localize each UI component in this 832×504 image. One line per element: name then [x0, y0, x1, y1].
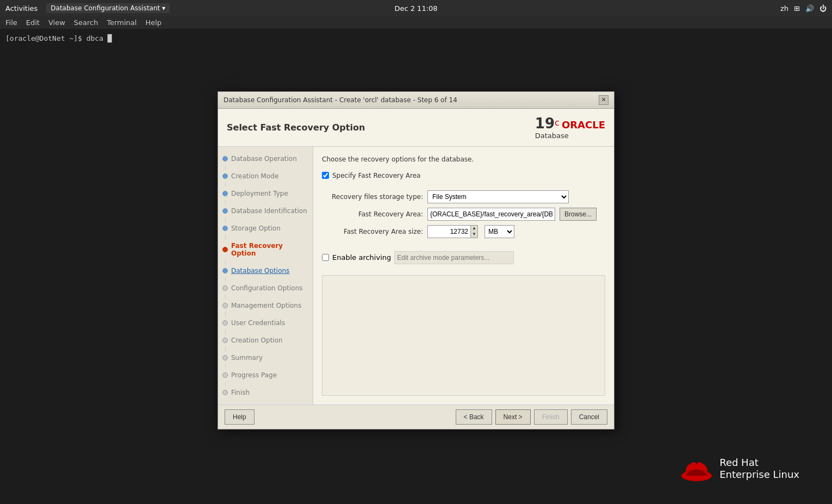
sidebar-item-database-identification: Database Identification — [218, 204, 313, 217]
fast-recovery-size-label: Fast Recovery Area size: — [331, 228, 423, 235]
sidebar-item-management-options: Management Options — [218, 299, 313, 312]
close-button[interactable]: ✕ — [599, 95, 609, 105]
enable-archiving-checkbox[interactable] — [322, 254, 329, 261]
fast-recovery-area-row: Fast Recovery Area: Browse... — [331, 208, 605, 221]
sidebar-dot-creation-option — [222, 338, 228, 343]
main-content-area: Choose the recovery options for the data… — [313, 147, 614, 405]
dialog-title: Database Configuration Assistant - Creat… — [223, 96, 457, 104]
sidebar-item-creation-mode: Creation Mode — [218, 170, 313, 183]
fast-recovery-size-row: Fast Recovery Area size: ▲ ▼ MB GB TB — [331, 225, 605, 238]
dialog-window: Database Configuration Assistant - Creat… — [218, 91, 614, 430]
sidebar-dot-progress-page — [222, 372, 228, 378]
dialog-titlebar: Database Configuration Assistant - Creat… — [218, 92, 614, 109]
cancel-button[interactable]: Cancel — [571, 409, 607, 425]
specify-recovery-checkbox[interactable] — [322, 172, 329, 179]
sidebar-item-configuration-options: Configuration Options — [218, 282, 313, 295]
sidebar-item-finish: Finish — [218, 386, 313, 399]
sidebar-dot-database-operation — [222, 156, 228, 161]
network-icon: ⊞ — [794, 4, 800, 13]
locale-indicator[interactable]: zh — [780, 4, 788, 13]
enable-archiving-label: Enable archiving — [332, 253, 391, 262]
archiving-row: Enable archiving — [322, 251, 605, 264]
sidebar-dot-storage-option — [222, 226, 228, 231]
sidebar-dot-summary — [222, 355, 228, 360]
dialog-header-title: Select Fast Recovery Option — [227, 122, 365, 133]
specify-recovery-label: Specify Fast Recovery Area — [332, 172, 420, 179]
power-icon[interactable]: ⏻ — [819, 4, 827, 13]
size-unit-select[interactable]: MB GB TB — [485, 225, 514, 238]
dialog-body: Database Operation Creation Mode Deploym… — [218, 147, 614, 405]
footer-right-buttons: < Back Next > Finish Cancel — [456, 409, 607, 425]
spin-up-button[interactable]: ▲ — [471, 226, 477, 232]
recovery-files-label: Recovery files storage type: — [331, 193, 423, 201]
volume-icon: 🔊 — [805, 4, 814, 13]
sidebar: Database Operation Creation Mode Deploym… — [218, 147, 313, 405]
fast-recovery-size-input[interactable] — [427, 225, 471, 238]
recovery-files-row: Recovery files storage type: File System… — [331, 190, 605, 203]
browse-button[interactable]: Browse... — [560, 208, 597, 221]
archive-mode-input[interactable] — [394, 251, 514, 264]
info-box — [322, 275, 605, 396]
activities-button[interactable]: Activities — [5, 4, 38, 13]
topbar-clock: Dec 2 11:08 — [394, 4, 437, 13]
topbar-right: zh ⊞ 🔊 ⏻ — [780, 4, 827, 13]
specify-recovery-row: Specify Fast Recovery Area — [322, 172, 605, 179]
topbar-left: Activities Database Configuration Assist… — [5, 3, 170, 13]
help-button[interactable]: Help — [225, 409, 254, 425]
sidebar-item-storage-option: Storage Option — [218, 222, 313, 235]
sidebar-item-database-options[interactable]: Database Options — [218, 264, 313, 277]
description-text: Choose the recovery options for the data… — [322, 155, 605, 163]
fast-recovery-size-spinbox: ▲ ▼ — [427, 225, 478, 238]
sidebar-dot-configuration-options — [222, 285, 228, 291]
dialog-footer: Help < Back Next > Finish Cancel — [218, 405, 614, 429]
dialog-overlay: Database Configuration Assistant - Creat… — [0, 16, 832, 504]
back-button[interactable]: < Back — [456, 409, 492, 425]
sidebar-dot-creation-mode — [222, 173, 228, 179]
sidebar-item-creation-option: Creation Option — [218, 334, 313, 347]
fast-recovery-area-label: Fast Recovery Area: — [331, 210, 423, 218]
sidebar-item-fast-recovery: Fast Recovery Option — [218, 239, 313, 260]
topbar: Activities Database Configuration Assist… — [0, 0, 832, 16]
sidebar-dot-fast-recovery — [222, 247, 228, 252]
sidebar-dot-management-options — [222, 303, 228, 308]
sidebar-dot-deployment-type — [222, 191, 228, 196]
next-button[interactable]: Next > — [495, 409, 531, 425]
sidebar-item-deployment-type: Deployment Type — [218, 187, 313, 200]
sidebar-item-summary: Summary — [218, 351, 313, 364]
sidebar-item-database-operation: Database Operation — [218, 152, 313, 165]
spin-down-button[interactable]: ▼ — [471, 232, 477, 238]
recovery-form: Recovery files storage type: File System… — [331, 190, 605, 242]
sidebar-item-user-credentials: User Credentials — [218, 316, 313, 329]
sidebar-dot-user-credentials — [222, 320, 228, 326]
fast-recovery-area-input[interactable] — [427, 208, 555, 221]
sidebar-item-progress-page: Progress Page — [218, 369, 313, 382]
sidebar-dot-finish — [222, 390, 228, 395]
app-title-bar[interactable]: Database Configuration Assistant ▾ — [46, 3, 170, 13]
dialog-header: Select Fast Recovery Option 19c ORACLE D… — [218, 109, 614, 147]
finish-button[interactable]: Finish — [534, 409, 568, 425]
oracle-logo: 19c ORACLE Database — [535, 115, 605, 140]
recovery-files-select[interactable]: File System ASM — [427, 190, 569, 203]
sidebar-dot-database-identification — [222, 208, 228, 214]
sidebar-dot-database-options — [222, 268, 228, 273]
